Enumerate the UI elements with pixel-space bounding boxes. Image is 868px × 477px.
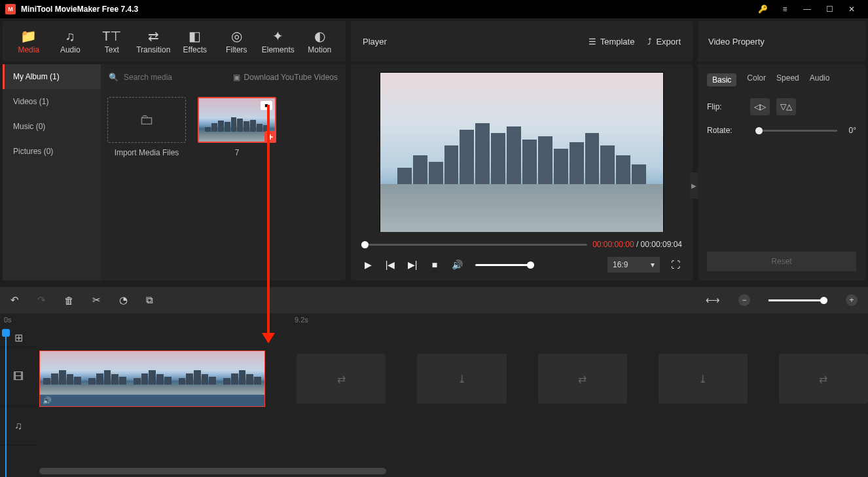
tab-elements[interactable]: ✦Elements	[257, 25, 299, 58]
menu-icon[interactable]: ≡	[774, 0, 796, 18]
motion-icon: ◐	[314, 28, 325, 44]
upgrade-key-icon[interactable]: 🔑	[751, 0, 774, 18]
seek-slider[interactable]	[361, 244, 587, 246]
collapse-panel-button[interactable]: ▶	[690, 172, 698, 199]
split-button[interactable]: ✂	[92, 294, 101, 306]
speed-button[interactable]: ◔	[119, 294, 128, 306]
player-label: Player	[363, 37, 387, 47]
tab-audio[interactable]: ♫Audio	[50, 25, 92, 58]
app-title: MiniTool MovieMaker Free 7.4.3	[21, 5, 138, 14]
filters-icon: ◎	[231, 28, 242, 44]
clip-placeholder[interactable]: ⤓	[417, 354, 506, 404]
text-icon: T⊤	[102, 28, 121, 44]
rotate-label: Rotate:	[707, 126, 744, 135]
maximize-button[interactable]: ☐	[818, 0, 841, 18]
add-to-timeline-button[interactable]: +	[264, 131, 276, 143]
tab-effects[interactable]: ◧Effects	[174, 25, 216, 58]
effects-icon: ◧	[189, 28, 201, 44]
total-time: 00:00:09:04	[641, 240, 682, 249]
redo-button[interactable]: ↷	[37, 294, 46, 306]
crop-button[interactable]: ⧉	[146, 294, 153, 306]
app-logo: M	[5, 4, 16, 14]
prop-tab-color[interactable]: Color	[747, 73, 766, 86]
main-tabbar: 📁Media ♫Audio T⊤Text ⇄Transition ◧Effect…	[3, 21, 346, 62]
transition-placeholder[interactable]: ⇄	[297, 354, 386, 404]
chevron-down-icon: ▾	[651, 260, 655, 269]
transition-icon: ⇄	[148, 28, 159, 44]
rotate-value: 0°	[849, 126, 856, 135]
timeline-ruler[interactable]: 0s 9.2s	[0, 313, 868, 329]
search-icon: 🔍	[109, 73, 118, 82]
video-type-icon: ■	[261, 101, 272, 110]
stop-button[interactable]: ■	[428, 259, 441, 270]
aspect-ratio-select[interactable]: 16:9▾	[607, 257, 660, 273]
property-title: Video Property	[708, 37, 765, 47]
playhead[interactable]	[5, 329, 7, 477]
volume-slider[interactable]	[475, 264, 534, 266]
export-icon: ⤴	[647, 37, 652, 47]
elements-icon: ✦	[272, 28, 283, 44]
volume-icon[interactable]: 🔊	[450, 259, 463, 270]
tab-filters[interactable]: ◎Filters	[216, 25, 258, 58]
flip-horizontal-button[interactable]: ◁▷	[750, 98, 770, 115]
sidebar-videos[interactable]: Videos (1)	[3, 89, 101, 114]
prop-tab-speed[interactable]: Speed	[776, 73, 799, 86]
tab-text[interactable]: T⊤Text	[91, 25, 133, 58]
rotate-slider[interactable]	[755, 130, 837, 132]
clip-name: 7	[235, 148, 240, 157]
clip-placeholder[interactable]: ⤓	[659, 354, 748, 404]
close-button[interactable]: ✕	[841, 0, 863, 18]
fullscreen-button[interactable]: ⛶	[669, 259, 682, 270]
prop-tab-audio[interactable]: Audio	[810, 73, 830, 86]
media-sidebar: My Album (1) Videos (1) Music (0) Pictur…	[3, 64, 101, 280]
flip-label: Flip:	[707, 102, 744, 111]
minimize-button[interactable]: —	[796, 0, 818, 18]
timeline-scrollbar[interactable]	[39, 468, 386, 474]
download-youtube-link[interactable]: ▣Download YouTube Videos	[233, 73, 338, 82]
music-note-icon: ♫	[65, 28, 75, 44]
preview-viewport	[380, 72, 664, 232]
sidebar-music[interactable]: Music (0)	[3, 114, 101, 139]
transition-placeholder[interactable]: ⇄	[779, 354, 868, 404]
flip-vertical-button[interactable]: ▽△	[776, 98, 796, 115]
current-time: 00:00:00:00	[592, 240, 634, 249]
layers-icon: ☰	[588, 37, 596, 47]
zoom-slider[interactable]	[769, 299, 827, 301]
folder-icon: 📁	[20, 28, 37, 44]
timeline-clip[interactable]: 🔊	[39, 351, 265, 407]
play-button[interactable]: ▶	[361, 259, 374, 270]
tab-transition[interactable]: ⇄Transition	[133, 25, 175, 58]
prop-tab-basic[interactable]: Basic	[707, 73, 736, 86]
undo-button[interactable]: ↶	[10, 294, 19, 306]
tab-motion[interactable]: ◐Motion	[299, 25, 341, 58]
search-input[interactable]	[124, 73, 228, 82]
transition-placeholder[interactable]: ⇄	[538, 354, 627, 404]
clip-volume-icon[interactable]: 🔊	[43, 396, 52, 405]
media-clip-thumb[interactable]: ■ +	[198, 97, 276, 143]
auto-fit-button[interactable]: ⟷	[706, 294, 720, 306]
import-label: Import Media Files	[115, 148, 179, 157]
folder-icon: 🗀	[139, 111, 154, 128]
delete-button[interactable]: 🗑	[64, 295, 74, 306]
sidebar-my-album[interactable]: My Album (1)	[3, 64, 101, 89]
next-frame-button[interactable]: ▶|	[406, 259, 419, 270]
tab-media[interactable]: 📁Media	[8, 25, 50, 58]
audio-track[interactable]	[39, 406, 868, 446]
reset-button[interactable]: Reset	[707, 252, 856, 271]
zoom-in-button[interactable]: +	[846, 294, 858, 306]
import-media-button[interactable]: 🗀	[107, 97, 186, 143]
zoom-out-button[interactable]: −	[738, 294, 750, 306]
youtube-icon: ▣	[233, 73, 240, 82]
prev-frame-button[interactable]: |◀	[384, 259, 397, 270]
export-button[interactable]: ⤴Export	[647, 37, 681, 47]
template-button[interactable]: ☰Template	[588, 37, 635, 47]
sidebar-pictures[interactable]: Pictures (0)	[3, 139, 101, 164]
annotation-arrow	[267, 105, 270, 342]
